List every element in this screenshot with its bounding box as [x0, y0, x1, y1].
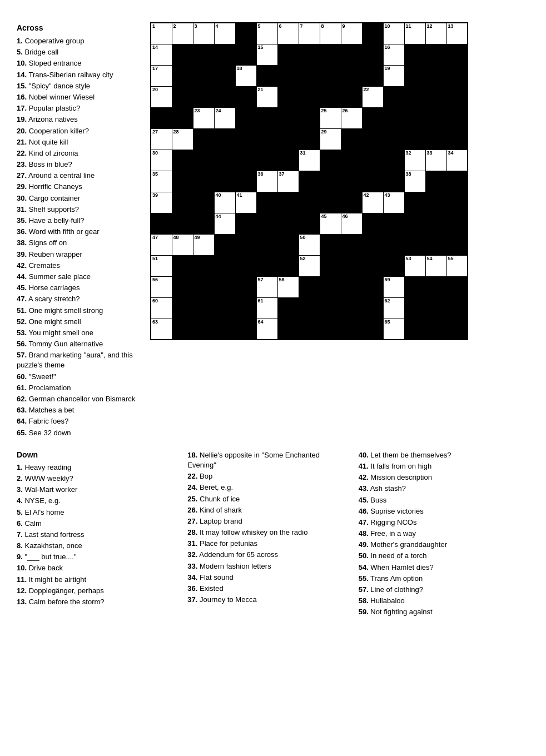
down-clue-item: 1. Heavy reading [17, 462, 179, 472]
grid-cell[interactable]: 40 [214, 192, 235, 213]
grid-cell[interactable]: 46 [341, 213, 362, 234]
grid-cell[interactable]: 35 [151, 171, 172, 192]
grid-cell[interactable]: 38 [404, 171, 425, 192]
grid-cell [362, 234, 383, 255]
down-clue-item: 48. Free, in a way [359, 529, 521, 539]
cell-number: 22 [364, 87, 369, 92]
cell-number: 20 [152, 87, 158, 92]
grid-cell[interactable]: 48 [172, 234, 193, 255]
grid-cell[interactable]: 4 [214, 23, 235, 44]
grid-cell[interactable]: 56 [151, 276, 172, 297]
grid-cell[interactable]: 57 [256, 276, 277, 297]
grid-cell[interactable]: 65 [383, 319, 404, 340]
grid-cell[interactable]: 36 [256, 171, 277, 192]
grid-cell[interactable]: 26 [341, 107, 362, 128]
grid-cell[interactable]: 23 [193, 107, 214, 128]
down-clue-item: 45. Buss [359, 495, 521, 505]
cell-number: 15 [258, 45, 264, 50]
grid-cell [299, 44, 320, 65]
down-clue-item: 7. Last stand fortress [17, 530, 179, 540]
grid-cell [404, 107, 425, 128]
grid-cell[interactable]: 31 [299, 150, 320, 171]
cell-number: 50 [300, 235, 306, 240]
grid-cell[interactable]: 34 [446, 150, 468, 171]
grid-cell[interactable]: 30 [151, 150, 172, 171]
grid-cell [299, 276, 320, 297]
grid-cell[interactable]: 2 [172, 23, 193, 44]
grid-cell[interactable]: 52 [299, 255, 320, 276]
grid-cell [320, 276, 341, 297]
grid-cell[interactable]: 6 [277, 23, 299, 44]
grid-cell[interactable]: 18 [235, 65, 256, 86]
cell-number: 59 [385, 277, 390, 282]
down-clue-item: 31. Place for petunias [187, 539, 350, 549]
grid-cell [214, 128, 235, 150]
grid-cell[interactable]: 58 [277, 276, 299, 297]
grid-cell[interactable]: 53 [404, 255, 425, 276]
grid-cell [341, 319, 362, 340]
grid-cell[interactable]: 54 [425, 255, 446, 276]
grid-cell[interactable]: 19 [383, 65, 404, 86]
grid-cell [425, 234, 446, 255]
grid-cell[interactable]: 25 [320, 107, 341, 128]
down-clue-item: 36. Existed [187, 584, 350, 594]
grid-cell[interactable]: 59 [383, 276, 404, 297]
grid-cell[interactable]: 24 [214, 107, 235, 128]
grid-cell[interactable]: 43 [383, 192, 404, 213]
grid-cell[interactable]: 5 [256, 23, 277, 44]
grid-cell[interactable]: 10 [383, 23, 404, 44]
grid-cell[interactable]: 12 [425, 23, 446, 44]
grid-cell[interactable]: 47 [151, 234, 172, 255]
grid-cell[interactable]: 50 [299, 234, 320, 255]
grid-cell [172, 255, 193, 276]
grid-cell[interactable]: 41 [235, 192, 256, 213]
grid-cell[interactable]: 63 [151, 319, 172, 340]
grid-cell[interactable]: 15 [256, 44, 277, 65]
grid-cell[interactable]: 55 [446, 255, 468, 276]
grid-cell[interactable]: 33 [425, 150, 446, 171]
grid-cell[interactable]: 14 [151, 44, 172, 65]
grid-cell[interactable]: 9 [341, 23, 362, 44]
grid-cell[interactable]: 17 [151, 65, 172, 86]
cell-number: 5 [258, 24, 261, 29]
grid-cell[interactable]: 42 [362, 192, 383, 213]
grid-cell [320, 297, 341, 319]
grid-cell [383, 150, 404, 171]
grid-cell[interactable]: 27 [151, 128, 172, 150]
grid-cell [256, 234, 277, 255]
grid-cell[interactable]: 21 [256, 86, 277, 107]
grid-cell[interactable]: 44 [214, 213, 235, 234]
cell-number: 12 [427, 24, 433, 29]
down-clue-item: 33. Modern fashion letters [187, 561, 350, 571]
grid-cell[interactable]: 8 [320, 23, 341, 44]
grid-cell[interactable]: 62 [383, 297, 404, 319]
grid-cell[interactable]: 11 [404, 23, 425, 44]
grid-cell[interactable]: 39 [151, 192, 172, 213]
down-clue-item: 27. Laptop brand [187, 516, 350, 526]
grid-cell[interactable]: 49 [193, 234, 214, 255]
grid-cell[interactable]: 7 [299, 23, 320, 44]
grid-cell[interactable]: 32 [404, 150, 425, 171]
grid-cell[interactable]: 28 [172, 128, 193, 150]
grid-cell[interactable]: 29 [320, 128, 341, 150]
grid-cell [235, 255, 256, 276]
grid-cell[interactable]: 61 [256, 297, 277, 319]
grid-cell[interactable]: 37 [277, 171, 299, 192]
grid-cell[interactable]: 16 [383, 44, 404, 65]
grid-cell [341, 150, 362, 171]
grid-cell[interactable]: 1 [151, 23, 172, 44]
grid-cell[interactable]: 22 [362, 86, 383, 107]
grid-cell[interactable]: 13 [446, 23, 468, 44]
grid-cell[interactable]: 60 [151, 297, 172, 319]
grid-cell [362, 276, 383, 297]
grid-cell[interactable]: 20 [151, 86, 172, 107]
grid-cell[interactable]: 45 [320, 213, 341, 234]
grid-cell [193, 255, 214, 276]
grid-cell[interactable]: 64 [256, 319, 277, 340]
cell-number: 42 [364, 193, 369, 198]
grid-cell [383, 86, 404, 107]
grid-cell [341, 44, 362, 65]
cell-number: 10 [385, 24, 390, 29]
grid-cell[interactable]: 51 [151, 255, 172, 276]
grid-cell[interactable]: 3 [193, 23, 214, 44]
